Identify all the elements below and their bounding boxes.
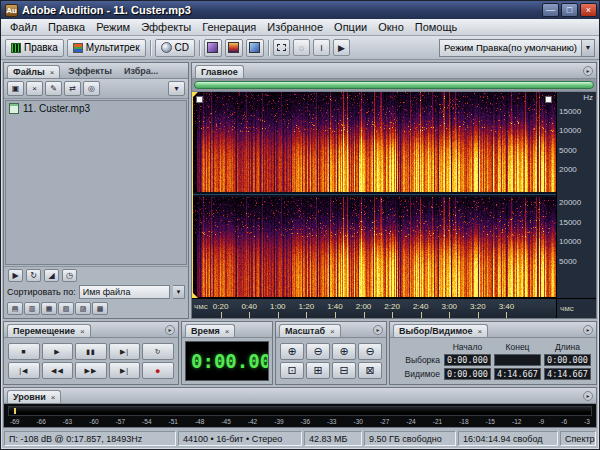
menu-effects[interactable]: Эффекты — [136, 20, 196, 34]
go-to-end-button[interactable]: ▶| — [109, 362, 141, 379]
menu-window[interactable]: Окно — [373, 20, 409, 34]
panel-menu-icon[interactable]: ▸ — [583, 66, 593, 76]
insert-into-multitrack-button[interactable]: ⇄ — [64, 81, 81, 96]
stop-button[interactable]: ■ — [8, 343, 40, 360]
zoom-selection-right-button[interactable]: ⊟ — [332, 362, 356, 379]
tab-files[interactable]: Файлы× — [7, 65, 60, 78]
menu-view[interactable]: Режим — [91, 20, 135, 34]
workspace-dropdown[interactable]: Режим Правка(по умолчанию) ▼ — [439, 39, 595, 57]
tab-levels[interactable]: Уровни × — [7, 390, 61, 403]
selection-handle-right[interactable] — [545, 96, 552, 103]
files-panel-options-button[interactable]: ▾ — [168, 81, 185, 96]
minimize-button[interactable]: — — [542, 3, 559, 17]
rewind-button[interactable]: ◀◀ — [42, 362, 74, 379]
menu-help[interactable]: Помощь — [410, 20, 463, 34]
edit-view-button[interactable]: Правка — [5, 39, 64, 57]
close-icon[interactable]: × — [330, 327, 335, 336]
panel-menu-icon[interactable]: ▸ — [373, 325, 383, 335]
close-icon[interactable]: × — [51, 393, 56, 402]
selection-end-field[interactable] — [494, 354, 541, 366]
tab-favorites[interactable]: Избра... — [120, 66, 162, 78]
tab-effects[interactable]: Эффекты — [64, 66, 116, 78]
timeline-ruler[interactable]: чмс 0:200:401:001:201:402:002:202:403:00… — [192, 299, 556, 318]
tab-selection[interactable]: Выбор/Видимое × — [393, 324, 488, 337]
zoom-out-button[interactable]: ⊖ — [306, 343, 330, 360]
close-icon[interactable]: × — [80, 327, 85, 336]
selection-start-field[interactable]: 0:00.000 — [444, 354, 491, 366]
play-button[interactable]: ▶ — [42, 343, 74, 360]
show-loops-button[interactable]: ▥ — [24, 302, 40, 315]
panel-menu-icon[interactable]: ▸ — [583, 325, 593, 335]
show-audio-button[interactable]: ▤ — [7, 302, 23, 315]
view-end-field[interactable]: 4:14.667 — [494, 368, 541, 380]
scrub-tool-button[interactable]: ▶ — [333, 39, 350, 56]
preview-volume-button[interactable]: ◢ — [44, 269, 59, 282]
level-meter[interactable] — [8, 406, 592, 416]
show-full-paths-button[interactable]: ▩ — [92, 302, 108, 315]
time-selection-tool-button[interactable]: I — [313, 39, 330, 56]
loop-preview-button[interactable]: ↻ — [26, 269, 41, 282]
zoom-in-button[interactable]: ⊕ — [280, 343, 304, 360]
maximize-button[interactable]: □ — [561, 3, 578, 17]
time-display: 0:00.000 — [185, 341, 269, 381]
panel-menu-icon[interactable]: ▸ — [583, 391, 593, 401]
pause-button[interactable]: ▮▮ — [75, 343, 107, 360]
tab-zoom[interactable]: Масштаб × — [279, 324, 341, 337]
panel-menu-icon[interactable]: ▸ — [165, 325, 175, 335]
play-preview-button[interactable]: ▶ — [8, 269, 23, 282]
marquee-tool-button[interactable] — [273, 39, 290, 56]
zoom-selection-left-button[interactable]: ⊞ — [306, 362, 330, 379]
view-start-field[interactable]: 0:00.000 — [444, 368, 491, 380]
close-file-button[interactable]: × — [26, 81, 43, 96]
cd-view-button[interactable]: CD — [155, 39, 195, 57]
edit-file-button[interactable]: ✎ — [45, 81, 62, 96]
play-from-cursor-button[interactable]: ▶| — [109, 343, 141, 360]
record-button[interactable]: ● — [142, 362, 174, 379]
timeline-tick — [306, 312, 307, 318]
sort-dropdown[interactable]: Имя файла — [79, 285, 170, 299]
horizontal-scrollbar[interactable] — [194, 81, 594, 89]
view-length-field[interactable]: 4:14.667 — [544, 368, 591, 380]
play-looped-button[interactable]: ↻ — [142, 343, 174, 360]
spectrogram-canvas[interactable] — [192, 92, 556, 298]
playhead-marker[interactable] — [192, 92, 193, 298]
spectral-display-button[interactable] — [225, 39, 243, 57]
tab-main[interactable]: Главное — [195, 65, 244, 78]
file-name: 11. Custer.mp3 — [23, 103, 90, 114]
zoom-full-button[interactable]: ⊠ — [358, 362, 382, 379]
phase-display-button[interactable] — [246, 39, 264, 57]
tab-time[interactable]: Время × — [185, 324, 235, 337]
lasso-tool-button[interactable]: ◌ — [293, 39, 310, 56]
zoom-out-vertical-button[interactable]: ⊖ — [358, 343, 382, 360]
menu-generate[interactable]: Генерация — [197, 20, 261, 34]
toolbar-separator — [150, 40, 151, 56]
menu-options[interactable]: Опции — [329, 20, 372, 34]
chevron-down-icon[interactable]: ▼ — [173, 285, 185, 299]
menu-favorites[interactable]: Избранное — [262, 20, 328, 34]
waveform-display-button[interactable] — [204, 39, 222, 57]
close-icon[interactable]: × — [50, 68, 55, 77]
show-markers-button[interactable]: ▨ — [75, 302, 91, 315]
selection-handle-left[interactable] — [196, 96, 203, 103]
frequency-ruler[interactable]: Hz 1500010000500020002000015000100005000 — [556, 92, 596, 298]
close-button[interactable]: × — [580, 3, 597, 17]
selection-length-field[interactable]: 0:00.000 — [544, 354, 591, 366]
multitrack-view-button[interactable]: Мультитрек — [67, 39, 146, 57]
insert-into-cd-button[interactable]: ◎ — [83, 81, 100, 96]
timeline-tick — [421, 312, 422, 318]
fast-forward-button[interactable]: ▶▶ — [75, 362, 107, 379]
show-video-button[interactable]: ▦ — [41, 302, 57, 315]
show-midi-button[interactable]: ▧ — [58, 302, 74, 315]
tab-transport[interactable]: Перемещение × — [7, 324, 91, 337]
import-file-button[interactable]: ▣ — [7, 81, 24, 96]
go-to-beginning-button[interactable]: |◀ — [8, 362, 40, 379]
preview-duration-button[interactable]: ◷ — [62, 269, 77, 282]
close-icon[interactable]: × — [478, 327, 483, 336]
close-icon[interactable]: × — [225, 327, 230, 336]
playhead-bottom-icon — [192, 292, 198, 298]
file-list-item[interactable]: 11. Custer.mp3 — [6, 101, 186, 116]
zoom-to-selection-button[interactable]: ⊡ — [280, 362, 304, 379]
zoom-in-vertical-button[interactable]: ⊕ — [332, 343, 356, 360]
menu-file[interactable]: Файл — [5, 20, 42, 34]
menu-edit[interactable]: Правка — [43, 20, 90, 34]
